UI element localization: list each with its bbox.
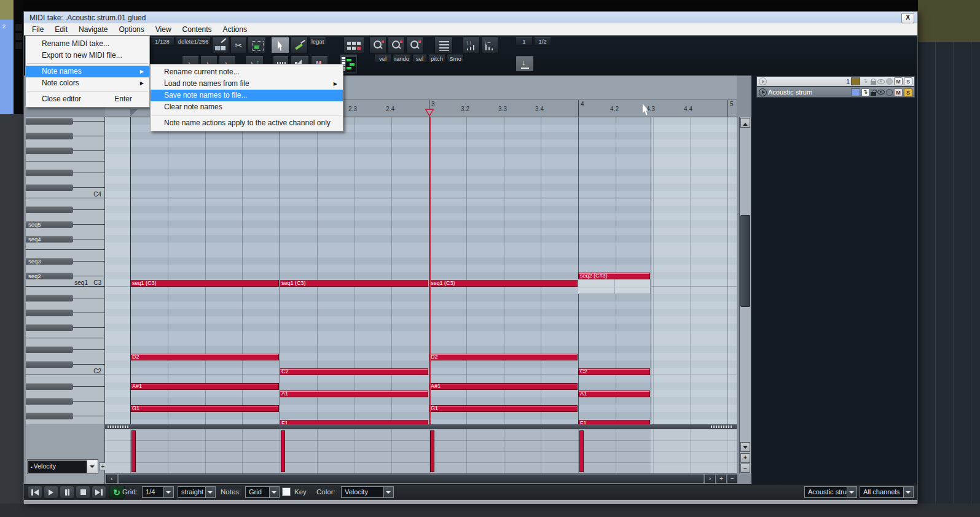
scissors-button[interactable]: ✂: [230, 37, 246, 53]
size-half-button[interactable]: 1/2: [534, 37, 551, 45]
script-rando-button[interactable]: rando: [393, 55, 411, 63]
velocity-down-button[interactable]: ↓−: [481, 37, 498, 53]
menubar-item-actions[interactable]: Actions: [218, 23, 253, 36]
piano-key-black[interactable]: [26, 118, 73, 125]
chevron-down-icon[interactable]: [847, 487, 857, 497]
piano-key-black[interactable]: [26, 398, 73, 405]
velocity-bar[interactable]: [281, 430, 285, 472]
draw-tool-button[interactable]: [291, 37, 308, 53]
title-bar[interactable]: MIDI take: .Acoustic strum.01 glued X: [24, 12, 917, 24]
piano-key-black[interactable]: [26, 383, 73, 390]
velocity-bar[interactable]: [579, 430, 584, 472]
menu-item-close-editor[interactable]: Close editorEnter: [26, 93, 149, 105]
track-row[interactable]: 1 M S: [756, 76, 915, 87]
size-one-button[interactable]: 1: [515, 37, 533, 45]
piano-key-white[interactable]: [26, 331, 105, 338]
note-length-dropdown[interactable]: Grid: [245, 486, 280, 498]
piano-key-white[interactable]: [26, 154, 105, 161]
piano-key-black[interactable]: [26, 184, 73, 191]
zoom-random-button[interactable]: [388, 37, 405, 53]
velocity-up-button[interactable]: ↑↑: [463, 37, 480, 53]
chevron-down-icon[interactable]: [903, 487, 913, 497]
script-vel-button[interactable]: vel: [374, 55, 391, 63]
select-tool-button[interactable]: [271, 37, 289, 53]
piano-key-black[interactable]: [26, 413, 73, 419]
track-select-dropdown[interactable]: Acoustic strum: [804, 486, 857, 498]
zoom-velocity-button[interactable]: [369, 37, 386, 53]
velocity-bar[interactable]: [131, 430, 136, 472]
velocity-bar[interactable]: [430, 430, 434, 472]
piano-key-black[interactable]: [26, 206, 73, 213]
midi-note-seq1-c3[interactable]: seq1 (C3): [280, 280, 428, 287]
play-button[interactable]: [44, 486, 58, 499]
menu-item-load-note-names-from-file[interactable]: Load note names from file▶: [151, 78, 343, 90]
midi-note-a-1[interactable]: A#1: [429, 383, 578, 390]
menu-item-rename-midi-take[interactable]: Rename MIDI take...: [26, 38, 149, 50]
zoom-in-button[interactable]: +: [716, 475, 726, 483]
zoom-selection-button[interactable]: [406, 37, 423, 53]
delete-setting-button[interactable]: delete1/256: [176, 37, 211, 45]
piano-key-black[interactable]: [26, 169, 73, 176]
midi-note-d2[interactable]: D2: [429, 354, 578, 360]
menu-item-rename-current-note[interactable]: Rename current note...: [151, 66, 343, 78]
piano-key-black[interactable]: [26, 295, 73, 301]
scroll-down-button[interactable]: [740, 442, 750, 452]
swing-dropdown[interactable]: straight: [178, 486, 216, 498]
horizontal-scrollbar[interactable]: ‹ › + −: [105, 473, 737, 484]
go-to-end-button[interactable]: [92, 486, 106, 499]
menubar-item-edit[interactable]: Edit: [49, 23, 73, 36]
midi-note-f1[interactable]: F1: [578, 420, 650, 424]
vertical-scroll-thumb[interactable]: [740, 215, 750, 307]
route-icon[interactable]: [861, 88, 869, 96]
eye-icon[interactable]: [877, 79, 885, 84]
chevron-down-icon[interactable]: [163, 487, 173, 497]
menu-item-note-name-actions-apply-to-the-active-channel-only[interactable]: Note name actions apply to the active ch…: [151, 117, 343, 129]
script-pitch-button[interactable]: pitch: [428, 55, 445, 63]
mute-button[interactable]: M: [894, 88, 903, 96]
channel-select-dropdown[interactable]: All channels: [860, 486, 914, 498]
piano-key-white[interactable]: [26, 419, 105, 424]
play-icon[interactable]: [759, 88, 767, 96]
midi-note-a-1[interactable]: A#1: [130, 383, 279, 390]
piano-key-black[interactable]: [26, 361, 73, 368]
midi-note-seq2-c-3[interactable]: seq2 (C#3): [578, 273, 650, 279]
divider-drag-handle[interactable]: [711, 426, 732, 428]
dock-button[interactable]: ↓: [515, 56, 534, 72]
velocity-lane[interactable]: [105, 429, 737, 473]
divider-drag-handle[interactable]: [108, 426, 128, 428]
midi-note-d2[interactable]: D2: [130, 354, 279, 360]
cc-lane-selector[interactable]: Velocity: [28, 460, 98, 473]
close-icon[interactable]: X: [901, 13, 914, 23]
track-color-swatch[interactable]: [851, 88, 860, 96]
piano-key-black[interactable]: [26, 324, 73, 331]
midi-note-c2[interactable]: C2: [280, 368, 428, 375]
script-sel-button[interactable]: sel: [412, 55, 427, 63]
menubar-item-file[interactable]: File: [26, 23, 49, 36]
menu-item-save-note-names-to-file[interactable]: Save note names to file...: [151, 90, 343, 101]
piano-key-black[interactable]: seq4: [26, 236, 73, 243]
glue-notes-button[interactable]: [212, 37, 229, 53]
grid-size-dropdown[interactable]: 1/4: [142, 486, 174, 498]
midi-note-f1[interactable]: F1: [280, 420, 428, 424]
piano-key-black[interactable]: [26, 133, 73, 139]
chevron-down-icon[interactable]: [383, 487, 393, 497]
scroll-right-button[interactable]: ›: [705, 475, 715, 483]
item-start-marker[interactable]: [130, 109, 138, 117]
lock-icon[interactable]: [871, 81, 876, 85]
menubar-item-contents[interactable]: Contents: [177, 23, 218, 36]
piano-roll-grid[interactable]: seq1 (C3)seq1 (C3)seq1 (C3)seq2 (C#3)D2D…: [105, 117, 737, 424]
piano-key-black[interactable]: [26, 309, 73, 316]
midi-note-seq1-c3[interactable]: seq1 (C3): [130, 280, 279, 287]
vertical-zoom-out-button[interactable]: −: [740, 464, 750, 473]
select-note-region-button[interactable]: [248, 37, 266, 53]
eye-icon[interactable]: [877, 90, 885, 95]
go-to-start-button[interactable]: [28, 486, 42, 499]
piano-key-black[interactable]: [26, 147, 73, 154]
playhead-marker[interactable]: [425, 109, 434, 117]
menubar-item-navigate[interactable]: Navigate: [73, 23, 113, 36]
chevron-down-icon[interactable]: [87, 461, 97, 473]
unlock-icon[interactable]: [871, 92, 876, 96]
midi-note-seq1-c3[interactable]: seq1 (C3): [429, 280, 578, 287]
legato-button[interactable]: legat: [309, 37, 326, 45]
menubar-item-options[interactable]: Options: [113, 23, 149, 36]
